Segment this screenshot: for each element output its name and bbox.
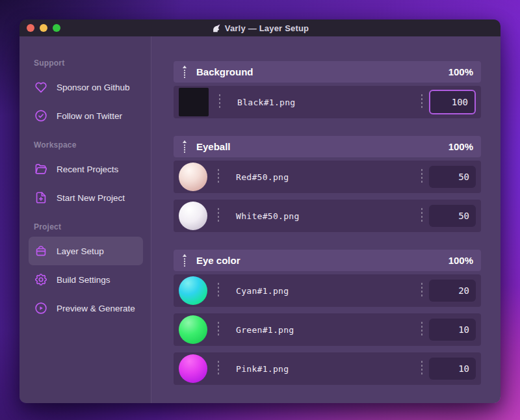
window-title-text: Varly — Layer Setup [225, 23, 309, 33]
layers-icon [34, 244, 48, 258]
sidebar-section-project: Project Layer Setup Build Settings Previ… [29, 222, 143, 322]
layer-row[interactable]: White#50.png [174, 200, 481, 232]
dotted-divider [421, 283, 422, 298]
unicorn-icon [211, 23, 221, 33]
layer-filename: Black#1.png [237, 98, 411, 107]
sidebar-item-label: Preview & Generate [57, 304, 135, 313]
zoom-button[interactable] [53, 24, 60, 32]
dotted-divider [421, 208, 422, 224]
sidebar-item-sponsor-on-github[interactable]: Sponsor on Github [29, 73, 143, 101]
dotted-divider [218, 322, 219, 337]
drag-handle-icon[interactable] [181, 140, 188, 153]
sidebar-item-label: Recent Projects [57, 164, 118, 174]
sidebar-section-workspace: Workspace Recent Projects Start New Proj… [29, 140, 143, 212]
layer-group-weight: 100% [448, 66, 473, 77]
layer-thumbnail [179, 276, 207, 305]
minimize-button[interactable] [40, 24, 47, 32]
sidebar-item-build-settings[interactable]: Build Settings [29, 265, 143, 294]
layer-group-header: Background 100% [174, 61, 481, 83]
layer-group-header: Eyeball 100% [174, 136, 481, 157]
file-plus-icon [34, 190, 48, 205]
layer-weight-input[interactable] [429, 166, 476, 188]
layer-filename: Red#50.png [236, 172, 411, 182]
drag-handle-icon[interactable] [181, 65, 188, 79]
layer-thumbnail [179, 163, 207, 191]
layer-thumbnail [179, 202, 207, 230]
layer-group-rows: Cyan#1.png Green#1.png Pink#1.png [174, 274, 481, 385]
layer-row[interactable]: Black#1.png [174, 86, 481, 118]
sidebar-section-items: Layer Setup Build Settings Preview & Gen… [29, 237, 143, 322]
layer-group-header: Eye color 100% [174, 250, 481, 271]
sidebar-item-label: Layer Setup [57, 246, 104, 256]
app-window: Varly — Layer Setup Support Sponsor on G… [20, 20, 500, 403]
gear-icon [34, 272, 48, 287]
layer-group-rows: Red#50.png White#50.png [174, 161, 481, 232]
layer-filename: White#50.png [236, 211, 411, 221]
titlebar: Varly — Layer Setup [20, 20, 500, 36]
sidebar-item-label: Sponsor on Github [57, 83, 130, 92]
dotted-divider [218, 169, 219, 185]
layer-group-title: Eyeball [196, 141, 231, 152]
sidebar-section-label: Workspace [29, 140, 143, 151]
sidebar-item-label: Build Settings [57, 275, 110, 285]
layer-weight-input[interactable] [429, 319, 476, 341]
sidebar-section-label: Support [29, 59, 143, 69]
layer-filename: Green#1.png [236, 325, 411, 335]
layer-row[interactable]: Green#1.png [174, 313, 481, 346]
desktop-background: Varly — Layer Setup Support Sponsor on G… [0, 0, 520, 420]
heart-icon [34, 80, 48, 94]
layer-group-weight: 100% [448, 255, 473, 266]
layer-weight-input[interactable] [429, 90, 476, 114]
sidebar-item-label: Start New Project [57, 193, 125, 203]
sidebar-item-recent-projects[interactable]: Recent Projects [29, 155, 143, 183]
main-content: Background 100% Black#1.png Eyeball 100% [151, 36, 500, 403]
layer-row[interactable]: Cyan#1.png [174, 274, 481, 307]
sidebar-section-label: Project [29, 222, 143, 233]
traffic-lights [20, 24, 60, 32]
dotted-divider [421, 169, 422, 185]
sidebar-item-layer-setup[interactable]: Layer Setup [29, 237, 143, 265]
layer-row[interactable]: Pink#1.png [174, 352, 481, 385]
layer-group-background: Background 100% Black#1.png [174, 61, 481, 118]
layer-group-eye-color: Eye color 100% Cyan#1.png Green#1.png Pi… [174, 250, 481, 385]
layer-weight-input[interactable] [429, 358, 476, 380]
sidebar-item-preview-generate[interactable]: Preview & Generate [29, 294, 143, 322]
layer-group-title: Eye color [196, 255, 240, 266]
drag-handle-icon[interactable] [181, 254, 188, 267]
sidebar-item-label: Follow on Twitter [57, 111, 122, 121]
play-circle-icon [34, 301, 48, 315]
sidebar-section-items: Sponsor on Github Follow on Twitter [29, 73, 143, 130]
window-title: Varly — Layer Setup [20, 20, 500, 36]
dotted-divider [421, 322, 422, 337]
window-body: Support Sponsor on Github Follow on Twit… [20, 36, 500, 403]
layer-weight-input[interactable] [429, 205, 476, 227]
sidebar-section-items: Recent Projects Start New Project [29, 155, 143, 212]
folder-icon [34, 162, 48, 176]
layer-group-eyeball: Eyeball 100% Red#50.png White#50.png [174, 136, 481, 232]
dotted-divider [218, 208, 219, 224]
sidebar-section-support: Support Sponsor on Github Follow on Twit… [29, 59, 143, 130]
sidebar: Support Sponsor on Github Follow on Twit… [20, 36, 151, 403]
close-button[interactable] [27, 24, 34, 32]
sidebar-item-follow-on-twitter[interactable]: Follow on Twitter [29, 101, 143, 130]
layer-filename: Pink#1.png [236, 364, 411, 374]
dotted-divider [421, 361, 422, 376]
badge-check-icon [34, 109, 48, 123]
dotted-divider [421, 94, 422, 110]
sidebar-item-start-new-project[interactable]: Start New Project [29, 183, 143, 212]
layer-row[interactable]: Red#50.png [174, 161, 481, 193]
dotted-divider [219, 94, 220, 110]
layer-group-rows: Black#1.png [174, 86, 481, 118]
layer-thumbnail [179, 354, 207, 383]
layer-filename: Cyan#1.png [236, 286, 411, 296]
layer-thumbnail [179, 315, 207, 344]
dotted-divider [218, 361, 219, 376]
layer-thumbnail [179, 88, 209, 116]
layer-group-title: Background [196, 66, 254, 77]
dotted-divider [218, 283, 219, 298]
layer-weight-input[interactable] [429, 280, 476, 302]
layer-group-weight: 100% [448, 141, 473, 152]
